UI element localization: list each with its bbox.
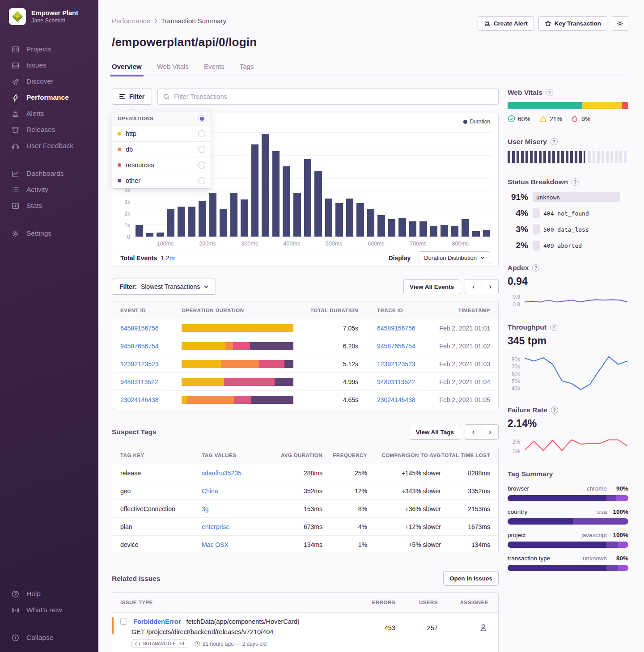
settings-button[interactable]: [612, 16, 628, 31]
event-id-link[interactable]: 23024146438: [120, 396, 159, 403]
histogram-bar[interactable]: [388, 219, 396, 237]
sidebar-item-dashboards[interactable]: Dashboards: [0, 165, 98, 182]
histogram-bar[interactable]: [241, 199, 248, 237]
question-icon[interactable]: ?: [572, 178, 579, 186]
histogram-bar[interactable]: [409, 221, 417, 237]
prev-page-button[interactable]: ‹: [465, 279, 482, 294]
trace-id-link[interactable]: 94803113522: [377, 378, 415, 385]
sidebar-item-discover[interactable]: Discover: [0, 73, 98, 89]
view-all-tags-button[interactable]: View All Tags: [410, 425, 460, 440]
histogram-bar[interactable]: [483, 230, 491, 237]
operations-item-http[interactable]: http: [112, 126, 211, 142]
next-page-button[interactable]: ›: [482, 424, 499, 440]
tag-value-link[interactable]: Mac OSX: [202, 541, 229, 548]
histogram-bar[interactable]: [167, 209, 175, 237]
breadcrumb-performance[interactable]: Performance: [112, 17, 150, 25]
tag-value-link[interactable]: 3g: [202, 505, 209, 512]
event-id-link[interactable]: 12392123523: [120, 360, 159, 368]
histogram-bar[interactable]: [283, 166, 290, 237]
histogram-bar[interactable]: [209, 193, 217, 237]
question-icon[interactable]: ?: [532, 264, 539, 271]
sidebar-item-collapse[interactable]: Collapse: [0, 630, 98, 646]
histogram-bar[interactable]: [377, 215, 385, 237]
histogram-bar[interactable]: [419, 221, 427, 237]
event-id-link[interactable]: 94803113522: [120, 378, 158, 385]
create-alert-button[interactable]: Create Alert: [478, 16, 534, 31]
tab-tags[interactable]: Tags: [240, 63, 254, 76]
histogram-bar[interactable]: [462, 219, 469, 237]
histogram-bar[interactable]: [188, 207, 196, 237]
sidebar-item-performance[interactable]: Performance: [0, 89, 98, 106]
histogram-bar[interactable]: [220, 209, 227, 237]
sidebar-item-whats-new[interactable]: What's new: [0, 602, 98, 618]
histogram-bar[interactable]: [293, 193, 301, 237]
sidebar-item-alerts[interactable]: Alerts: [0, 106, 98, 122]
histogram-bar[interactable]: [304, 159, 312, 237]
question-icon[interactable]: ?: [546, 89, 553, 96]
sidebar-item-projects[interactable]: Projects: [0, 41, 98, 57]
tag-value-link[interactable]: enterprise: [202, 523, 229, 530]
trace-id-link[interactable]: 23024146438: [377, 396, 415, 403]
sidebar-item-user-feedback[interactable]: User Feedback: [0, 138, 98, 154]
histogram-bar[interactable]: [251, 144, 259, 237]
question-icon[interactable]: ?: [550, 324, 557, 331]
assignee-person-icon[interactable]: [479, 623, 487, 632]
sidebar-item-issues[interactable]: Issues: [0, 57, 98, 73]
histogram-bar[interactable]: [136, 225, 143, 237]
question-icon[interactable]: ?: [551, 138, 558, 145]
histogram-bar[interactable]: [441, 225, 448, 237]
tag-value-link[interactable]: sdaufhu35235: [202, 470, 242, 477]
events-filter-select[interactable]: Filter: Slowest Transactions: [112, 279, 216, 295]
resources-radio[interactable]: [198, 161, 205, 169]
histogram-bar[interactable]: [367, 209, 375, 237]
http-radio[interactable]: [198, 130, 205, 137]
histogram-bar[interactable]: [262, 134, 269, 237]
histogram-bar[interactable]: [398, 218, 406, 237]
display-select[interactable]: Duration Distribution: [419, 251, 490, 264]
histogram-bar[interactable]: [335, 203, 343, 237]
org-switcher[interactable]: Empower Plant Jane Schmidt: [0, 0, 98, 30]
histogram-bar[interactable]: [472, 231, 480, 237]
histogram-bar[interactable]: [430, 226, 438, 237]
question-icon[interactable]: ?: [551, 406, 558, 414]
histogram-bar[interactable]: [451, 226, 459, 237]
sidebar-item-releases[interactable]: Releases: [0, 122, 98, 138]
other-radio[interactable]: [198, 177, 205, 184]
histogram-bar[interactable]: [272, 151, 280, 237]
trace-id-link[interactable]: 94587656754: [377, 343, 415, 350]
issue-error-type-link[interactable]: ForbiddenError: [133, 618, 181, 625]
histogram-bar[interactable]: [230, 193, 238, 237]
histogram-bar[interactable]: [199, 201, 206, 237]
operations-item-db[interactable]: db: [112, 142, 211, 157]
tab-web-vitals[interactable]: Web Vitals: [157, 63, 189, 76]
histogram-bar[interactable]: [346, 199, 354, 237]
next-page-button[interactable]: ›: [482, 279, 499, 294]
issue-checkbox[interactable]: [120, 618, 127, 625]
view-all-events-button[interactable]: View All Events: [403, 279, 460, 294]
sidebar-item-stats[interactable]: Stats: [0, 198, 98, 214]
open-in-issues-button[interactable]: Open in Issues: [443, 571, 499, 586]
event-id-link[interactable]: 64589156756: [120, 325, 159, 332]
sidebar-item-settings[interactable]: Settings: [0, 225, 98, 241]
sidebar-item-help[interactable]: Help: [0, 586, 98, 602]
filter-button[interactable]: Filter: [112, 89, 152, 105]
operations-item-other[interactable]: other: [112, 173, 211, 188]
prev-page-button[interactable]: ‹: [465, 424, 482, 440]
histogram-bar[interactable]: [157, 233, 164, 237]
trace-id-link[interactable]: 64589156756: [377, 325, 415, 332]
histogram-bar[interactable]: [356, 203, 364, 237]
search-input[interactable]: [174, 93, 493, 100]
sidebar-item-activity[interactable]: Activity: [0, 182, 98, 198]
key-transaction-button[interactable]: Key Transaction: [538, 16, 607, 31]
tag-value-link[interactable]: China: [202, 487, 218, 495]
operations-all-radio[interactable]: [198, 115, 205, 122]
trace-id-link[interactable]: 12392123523: [377, 360, 415, 368]
histogram-bar[interactable]: [314, 171, 322, 237]
tab-events[interactable]: Events: [204, 63, 225, 76]
event-id-link[interactable]: 94587656754: [120, 343, 159, 350]
tab-overview[interactable]: Overview: [112, 63, 142, 76]
histogram-bar[interactable]: [146, 233, 154, 237]
histogram-bar[interactable]: [325, 199, 333, 237]
operations-item-resources[interactable]: resources: [112, 157, 211, 173]
db-radio[interactable]: [198, 146, 205, 153]
